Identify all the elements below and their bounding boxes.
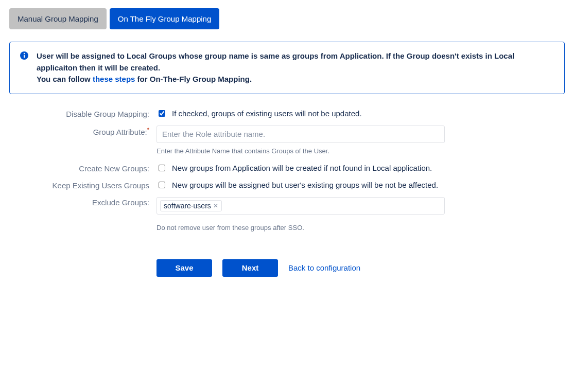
info-line2-suffix: for On-The-Fly Group Mapping.: [135, 75, 252, 83]
keep-existing-groups-option[interactable]: New groups will be assigned but user's e…: [156, 180, 445, 190]
tabs-bar: Manual Group Mapping On The Fly Group Ma…: [9, 8, 565, 29]
form-actions: Save Next Back to configuration: [156, 259, 445, 277]
keep-existing-groups-desc: New groups will be assigned but user's e…: [172, 181, 438, 189]
exclude-groups-input[interactable]: software-users ✕: [156, 197, 445, 215]
info-line1: User will be assigned to Local Groups wh…: [37, 51, 514, 72]
info-steps-link[interactable]: these steps: [93, 75, 135, 83]
save-button[interactable]: Save: [156, 259, 212, 277]
svg-point-2: [24, 53, 25, 54]
group-attribute-input[interactable]: [156, 126, 445, 143]
keep-existing-groups-label: Keep Existing Users Groups: [9, 180, 156, 190]
required-asterisk: *: [147, 127, 149, 133]
disable-group-mapping-option[interactable]: If checked, groups of existing users wil…: [156, 109, 445, 118]
tab-manual-group-mapping[interactable]: Manual Group Mapping: [9, 8, 107, 29]
disable-group-mapping-label: Disable Group Mapping:: [9, 109, 156, 118]
back-to-configuration-link[interactable]: Back to configuration: [288, 263, 360, 272]
group-attribute-help: Enter the Attribute Name that contains G…: [156, 147, 445, 155]
disable-group-mapping-checkbox[interactable]: [159, 110, 165, 117]
svg-rect-1: [24, 55, 25, 58]
info-text: User will be assigned to Local Groups wh…: [37, 50, 554, 85]
group-attribute-label: Group Attribute:*: [9, 126, 156, 136]
exclude-groups-tag-label: software-users: [164, 202, 211, 210]
info-panel: User will be assigned to Local Groups wh…: [9, 42, 565, 94]
info-line2-prefix: You can follow: [37, 75, 93, 83]
create-new-groups-label: Create New Groups:: [9, 163, 156, 173]
info-icon: [20, 51, 28, 85]
create-new-groups-checkbox[interactable]: [159, 165, 165, 171]
disable-group-mapping-desc: If checked, groups of existing users wil…: [172, 109, 362, 118]
create-new-groups-option[interactable]: New groups from Application will be crea…: [156, 163, 445, 173]
create-new-groups-desc: New groups from Application will be crea…: [172, 164, 432, 172]
remove-tag-icon[interactable]: ✕: [213, 203, 218, 209]
exclude-groups-help: Do not remove user from these groups aft…: [156, 224, 445, 231]
next-button[interactable]: Next: [222, 259, 278, 277]
keep-existing-groups-checkbox[interactable]: [159, 182, 165, 188]
exclude-groups-tag: software-users ✕: [160, 200, 222, 211]
tab-on-the-fly-group-mapping[interactable]: On The Fly Group Mapping: [110, 8, 219, 29]
group-mapping-form: Disable Group Mapping: If checked, group…: [9, 109, 565, 277]
exclude-groups-label: Exclude Groups:: [9, 197, 156, 207]
